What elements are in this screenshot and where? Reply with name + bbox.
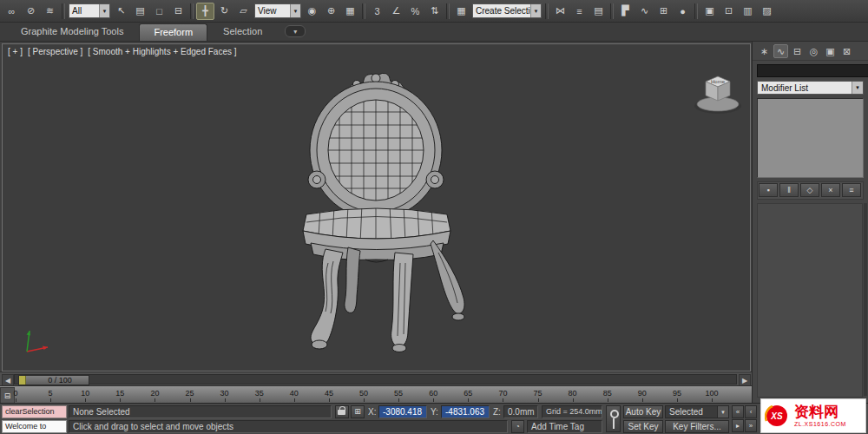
select-and-move-icon[interactable]: ╋ — [196, 3, 214, 20]
watermark-site-name: 资料网 — [794, 404, 846, 419]
select-by-name-icon[interactable]: ▤ — [131, 3, 149, 20]
toolbar-separator — [694, 3, 698, 19]
reference-coordinate-system-dropdown[interactable]: View▼ — [254, 3, 301, 18]
set-key-button[interactable]: Set Key — [623, 420, 663, 433]
ribbon-tab-freeform[interactable]: Freeform — [139, 23, 207, 41]
auto-key-button[interactable]: Auto Key — [623, 405, 663, 418]
viewcube[interactable]: Home — [687, 67, 749, 119]
show-end-result-button[interactable]: ‖ — [779, 183, 799, 197]
viewport-menu-0[interactable]: [ + ] — [8, 47, 23, 56]
coord-x-field[interactable]: -3080.418 — [378, 405, 427, 418]
align-icon[interactable]: ≡ — [570, 3, 589, 20]
selection-filter-dropdown[interactable]: All▼ — [69, 3, 110, 18]
modifier-list-dropdown[interactable]: Modifier List ▼ — [757, 81, 864, 95]
coord-z-field[interactable]: 0.0mm — [503, 405, 538, 418]
use-pivot-point-center-icon[interactable]: ◉ — [303, 3, 321, 20]
ribbon-minimize-button[interactable]: ▾ — [285, 25, 306, 37]
key-filters-button[interactable]: Key Filters... — [665, 420, 729, 433]
named-selection-sets-dropdown[interactable]: Create Selection Se▼ — [472, 3, 542, 18]
frame-tick — [329, 398, 330, 402]
coord-z-label: Z: — [493, 405, 501, 418]
rendered-frame-window-icon[interactable]: ⊡ — [720, 3, 738, 20]
time-tag-icon[interactable]: ◔ — [511, 420, 524, 433]
rectangular-selection-region-icon[interactable]: □ — [150, 3, 168, 20]
frame-label-75: 75 — [533, 389, 542, 398]
maxscript-listener-line1[interactable]: clearSelection — [2, 405, 67, 418]
configure-modifier-sets-button[interactable]: ≡ — [842, 183, 861, 197]
select-and-rotate-icon[interactable]: ↻ — [215, 3, 233, 20]
toolbar-separator — [62, 3, 65, 19]
render-iterative-icon[interactable]: ▨ — [758, 3, 776, 20]
make-unique-button[interactable]: ◇ — [800, 183, 819, 197]
edit-named-selection-sets-icon[interactable]: ▦ — [452, 3, 470, 20]
select-and-link-icon[interactable]: ∞ — [3, 3, 21, 20]
material-editor-icon[interactable]: ● — [674, 3, 692, 20]
pin-stack-button[interactable]: ▪ — [759, 183, 778, 197]
previous-frame-button[interactable]: ‹ — [745, 405, 757, 418]
status-bar: clearSelection Welcome to MAX: None Sele… — [0, 403, 868, 434]
render-setup-icon[interactable]: ▣ — [700, 3, 719, 20]
watermark-logo: XS 资料网 ZL.XS1616.COM — [760, 398, 866, 433]
prompt-line-field: Click and drag to select and move object… — [69, 420, 508, 433]
set-keys-button[interactable] — [606, 405, 621, 432]
command-panel-scrollbar[interactable] — [864, 203, 867, 396]
time-slider-handle[interactable]: 0 / 100 — [18, 375, 89, 385]
mini-curve-editor-button[interactable]: ⊟ — [0, 387, 15, 404]
time-slider-key-marker — [19, 376, 26, 385]
select-object-icon[interactable]: ↖ — [112, 3, 130, 20]
spinner-snap-toggle-icon[interactable]: ⇅ — [425, 3, 444, 20]
key-mode-dropdown[interactable]: Selected ▼ — [665, 405, 729, 418]
timeline-ruler[interactable]: ⊟ 05101520253035404550556065707580859095… — [0, 385, 752, 403]
schematic-view-icon[interactable]: ⊞ — [654, 3, 673, 20]
perspective-viewport[interactable]: [ + ][ Perspective ][ Smooth + Highlight… — [2, 43, 751, 372]
frame-label-35: 35 — [255, 389, 264, 398]
frame-tick — [573, 398, 574, 402]
coord-y-field[interactable]: -4831.063 — [441, 405, 490, 418]
frame-label-95: 95 — [673, 389, 681, 398]
ribbon-tab-graphite-modeling-tools[interactable]: Graphite Modeling Tools — [7, 23, 137, 41]
watermark-site-url: ZL.XS1616.COM — [794, 421, 846, 427]
unlink-selection-icon[interactable]: ⊘ — [22, 3, 40, 20]
create-tab[interactable]: ∗ — [757, 44, 772, 58]
time-slider-track[interactable]: 0 / 100 — [14, 374, 737, 385]
select-and-scale-icon[interactable]: ▱ — [234, 3, 253, 20]
selection-lock-toggle[interactable] — [335, 405, 349, 418]
frame-label-70: 70 — [498, 389, 507, 398]
select-and-manipulate-icon[interactable]: ⊕ — [322, 3, 340, 20]
maxscript-listener-line2[interactable]: Welcome to MAX: — [2, 420, 67, 433]
remove-modifier-button[interactable]: × — [821, 183, 840, 197]
keyboard-shortcut-override-icon[interactable]: ▦ — [341, 3, 359, 20]
object-name-input[interactable] — [757, 64, 868, 77]
utilities-tab[interactable]: ⊠ — [839, 44, 854, 58]
render-production-icon[interactable]: ▥ — [739, 3, 757, 20]
motion-tab[interactable]: ◎ — [806, 44, 821, 58]
absolute-mode-toggle[interactable]: ⊞ — [351, 405, 365, 418]
watermark-badge-icon: XS — [765, 402, 791, 430]
hierarchy-tab[interactable]: ⊟ — [790, 44, 805, 58]
curve-editor-icon[interactable]: ∿ — [635, 3, 654, 20]
viewport-menu-1[interactable]: [ Perspective ] — [28, 47, 82, 56]
ribbon-tab-selection[interactable]: Selection — [209, 23, 276, 41]
frame-tick — [155, 398, 155, 402]
snaps-toggle-icon[interactable]: 3 — [368, 3, 386, 20]
modify-tab[interactable]: ∿ — [773, 44, 788, 58]
frame-label-15: 15 — [115, 389, 124, 398]
layer-manager-icon[interactable]: ▤ — [589, 3, 608, 20]
graphite-ribbon-toggle-icon[interactable]: ▛ — [616, 3, 635, 20]
play-button[interactable]: ▸ — [732, 419, 744, 432]
viewport-menu-2[interactable]: [ Smooth + Highlights + Edged Faces ] — [88, 47, 236, 56]
bind-to-space-warp-icon[interactable]: ≋ — [41, 3, 59, 20]
go-to-end-button[interactable]: » — [745, 419, 757, 432]
frame-label-5: 5 — [49, 389, 53, 398]
display-tab[interactable]: ▣ — [823, 44, 838, 58]
next-frame-arrow[interactable]: ▶ — [739, 374, 751, 386]
mirror-icon[interactable]: ⋈ — [551, 3, 569, 20]
previous-frame-arrow[interactable]: ◀ — [2, 374, 14, 386]
frame-tick — [50, 398, 51, 402]
angle-snap-toggle-icon[interactable]: ∠ — [387, 3, 405, 20]
go-to-start-button[interactable]: « — [732, 405, 744, 418]
window-crossing-icon[interactable]: ⊟ — [169, 3, 187, 20]
add-time-tag-field[interactable]: Add Time Tag — [527, 420, 602, 433]
modifier-stack-list[interactable] — [757, 98, 864, 178]
percent-snap-toggle-icon[interactable]: % — [406, 3, 424, 20]
